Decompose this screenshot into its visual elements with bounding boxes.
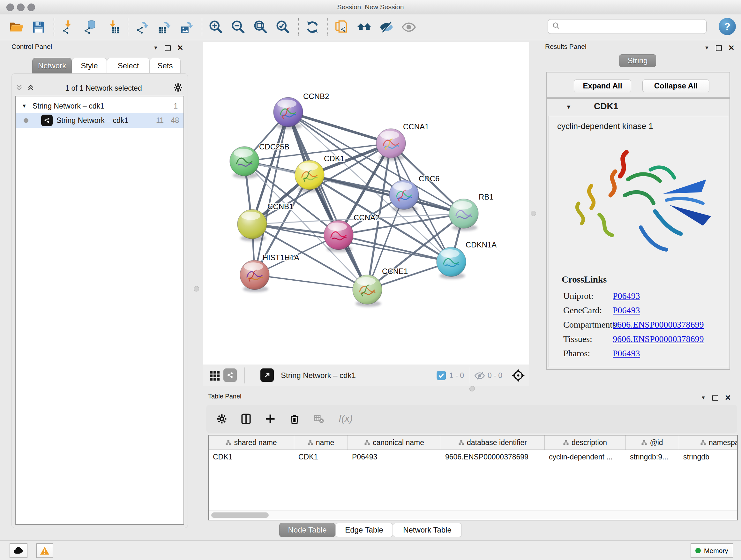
expand-all-networks-icon[interactable] (27, 84, 35, 92)
network-options-gear-icon[interactable] (173, 82, 184, 94)
open-session-icon[interactable] (7, 17, 25, 37)
hidden-eye-icon[interactable] (474, 370, 485, 382)
network-node-CDC25B[interactable] (230, 146, 259, 179)
panel-menu-icon[interactable]: ▼ (153, 45, 158, 51)
crosslink-link[interactable]: P06493 (613, 348, 640, 359)
horizontal-splitter-handle[interactable] (469, 386, 475, 391)
string-network-graph[interactable]: CCNB2CCNA1CDC25BCDK1CDC6RB1CCNB1CCNA2CDK… (203, 42, 529, 365)
zoom-out-icon[interactable] (229, 17, 248, 37)
refresh-layout-icon[interactable] (303, 17, 322, 37)
create-column-icon[interactable] (262, 410, 278, 428)
tab-sets[interactable]: Sets (150, 58, 181, 73)
close-panel-icon[interactable]: ✕ (725, 394, 731, 401)
table-settings-gear-icon[interactable] (214, 410, 230, 428)
network-node-CCNA1[interactable] (376, 129, 406, 161)
float-panel-icon[interactable] (716, 45, 722, 51)
crosslink-link[interactable]: 9606.ENSP00000378699 (613, 334, 704, 344)
table-cell[interactable]: stringdb (679, 450, 738, 464)
birdseye-crosshair-icon[interactable] (511, 368, 525, 384)
export-table-icon[interactable] (155, 17, 174, 37)
column-header-name[interactable]: name (294, 435, 348, 449)
network-edge[interactable] (288, 112, 367, 290)
open-in-navigator-icon[interactable] (260, 368, 274, 382)
left-splitter-handle[interactable] (194, 286, 199, 292)
save-session-icon[interactable] (29, 17, 48, 37)
export-network-icon[interactable] (133, 17, 151, 37)
network-row[interactable]: String Network – cdk1 11 48 (16, 113, 184, 128)
search-field[interactable] (548, 19, 706, 34)
collection-row[interactable]: ▼ String Network – cdk1 1 (16, 99, 184, 113)
column-header-shared-name[interactable]: shared name (209, 435, 294, 449)
tab-string[interactable]: String (619, 54, 656, 67)
tab-select[interactable]: Select (107, 58, 150, 73)
column-header-canonical-name[interactable]: canonical name (348, 435, 441, 449)
export-image-icon[interactable] (178, 17, 196, 37)
import-network-file-icon[interactable] (59, 17, 77, 37)
tab-network-table[interactable]: Network Table (393, 523, 462, 537)
table-cell[interactable]: CDK1 (209, 450, 294, 464)
column-header--id[interactable]: @id (626, 435, 679, 449)
home-icon[interactable] (355, 17, 374, 37)
zoom-fit-icon[interactable] (252, 17, 270, 37)
tab-style[interactable]: Style (72, 58, 107, 73)
show-columns-icon[interactable] (238, 410, 254, 428)
network-edge[interactable] (288, 112, 391, 143)
table-cell[interactable]: cyclin-dependent ... (545, 450, 626, 464)
string-overlay-icon[interactable] (223, 368, 237, 382)
panel-menu-icon[interactable]: ▼ (701, 395, 706, 400)
panel-menu-icon[interactable]: ▼ (704, 45, 710, 51)
hide-panel-eye-icon[interactable] (377, 17, 396, 37)
selected-checkbox-icon[interactable] (436, 371, 446, 381)
network-node-CCNB1[interactable] (238, 209, 267, 241)
table-cell[interactable]: CDK1 (294, 450, 348, 464)
tab-edge-table[interactable]: Edge Table (335, 523, 393, 537)
search-input[interactable] (561, 22, 706, 31)
network-node-HIST1H1A[interactable] (240, 260, 269, 292)
copy-network-icon[interactable] (333, 17, 351, 37)
help-button[interactable]: ? (719, 18, 736, 35)
table-cell[interactable]: 9606.ENSP00000378699 (441, 450, 545, 464)
network-node-CDK1[interactable] (295, 160, 324, 192)
table-cell[interactable]: P06493 (348, 450, 441, 464)
zoom-in-icon[interactable] (207, 17, 225, 37)
import-network-database-icon[interactable] (81, 17, 99, 37)
warning-status-icon[interactable] (37, 543, 53, 558)
network-node-RB1[interactable] (449, 199, 478, 231)
function-builder-icon[interactable]: f(x) (335, 410, 360, 428)
collapse-all-networks-icon[interactable] (15, 84, 23, 92)
network-canvas[interactable]: CCNB2CCNA1CDC25BCDK1CDC6RB1CCNB1CCNA2CDK… (203, 42, 529, 365)
table-horizontal-scrollbar[interactable] (209, 510, 737, 520)
crosslink-link[interactable]: 9606.ENSP00000378699 (613, 320, 704, 330)
crosslink-link[interactable]: P06493 (613, 291, 640, 301)
crosslink-link[interactable]: P06493 (613, 305, 640, 315)
collapse-all-button[interactable]: Collapse All (643, 79, 710, 92)
float-panel-icon[interactable] (165, 45, 171, 51)
float-panel-icon[interactable] (712, 395, 718, 401)
column-header-description[interactable]: description (545, 435, 626, 449)
network-edge[interactable] (310, 175, 464, 213)
delete-column-trash-icon[interactable] (286, 410, 302, 428)
import-table-icon[interactable] (104, 17, 122, 37)
expand-all-button[interactable]: Expand All (574, 79, 631, 92)
tab-node-table[interactable]: Node Table (279, 523, 335, 537)
protein-section-header[interactable]: ▼ CDK1 (547, 99, 730, 115)
close-panel-icon[interactable]: ✕ (177, 44, 184, 52)
column-header-database-identifier[interactable]: database identifier (441, 435, 545, 449)
column-header-namespace[interactable]: namespace (679, 435, 738, 449)
grid-view-icon[interactable] (208, 368, 221, 382)
collection-expand-icon[interactable]: ▼ (22, 103, 27, 109)
memory-button[interactable]: Memory (690, 543, 733, 558)
network-edge[interactable] (255, 112, 288, 275)
cloud-status-icon[interactable] (10, 543, 27, 558)
scrollbar-thumb[interactable] (211, 512, 269, 518)
tab-network[interactable]: Network (32, 58, 72, 73)
network-node-CDKN1A[interactable] (436, 247, 466, 279)
table-cell[interactable]: stringdb:9... (626, 450, 679, 464)
table-row[interactable]: CDK1CDK1P064939606.ENSP00000378699cyclin… (209, 450, 737, 464)
network-node-CCNA2[interactable] (324, 220, 353, 252)
network-node-CCNE1[interactable] (353, 275, 382, 307)
network-edge[interactable] (255, 275, 367, 290)
network-node-CDC6[interactable] (389, 180, 419, 212)
delete-table-icon[interactable] (311, 410, 327, 428)
close-panel-icon[interactable]: ✕ (728, 44, 735, 52)
